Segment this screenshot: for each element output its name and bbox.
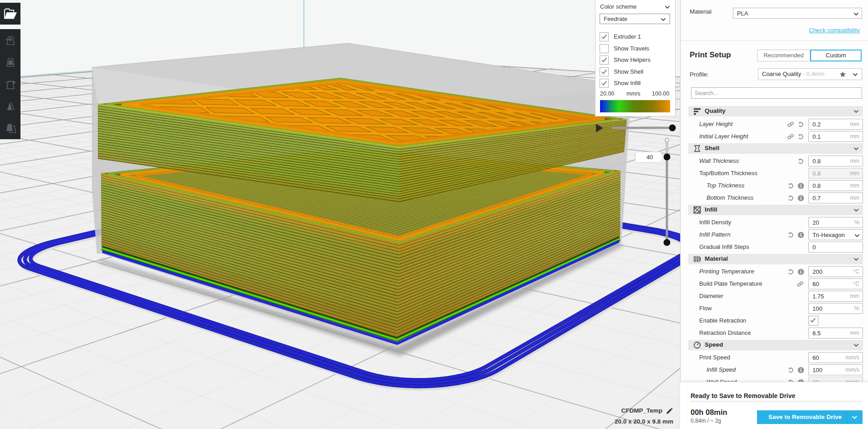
svg-text:40: 40 [646,154,653,161]
